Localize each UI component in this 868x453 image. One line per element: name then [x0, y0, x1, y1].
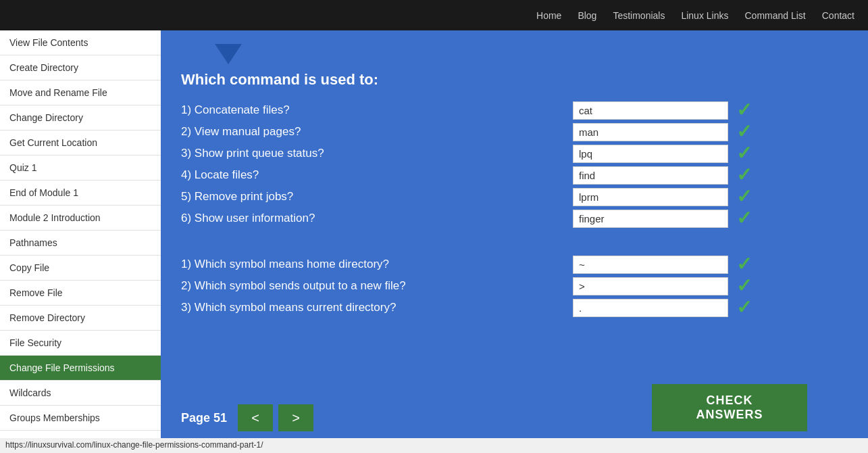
answer-input-2[interactable]	[573, 123, 728, 141]
question-row-4: 4) Locate files? ✓	[181, 166, 848, 185]
answer-input-1[interactable]	[573, 101, 728, 120]
bottom-nav: Page 51 < >	[181, 394, 313, 431]
content-area: Which command is used to: 1) Concatenate…	[161, 30, 868, 438]
answer-input-8[interactable]	[573, 277, 728, 295]
sidebar-item-pathnames[interactable]: Pathnames	[0, 231, 161, 256]
nav-contact[interactable]: Contact	[822, 10, 854, 21]
sidebar-item-create-directory[interactable]: Create Directory	[0, 55, 161, 80]
question-row-8: 2) Which symbol sends output to a new fi…	[181, 277, 848, 295]
status-bar: https://linuxsurvival.com/linux-change-f…	[0, 438, 868, 453]
checkmark-7: ✓	[736, 255, 752, 274]
question-row-3: 3) Show print queue status? ✓	[181, 144, 848, 163]
checkmark-6: ✓	[736, 209, 752, 228]
nav-home[interactable]: Home	[536, 10, 561, 21]
sidebar-item-move-rename[interactable]: Move and Rename File	[0, 80, 161, 105]
question-row-5: 5) Remove print jobs? ✓	[181, 187, 848, 206]
sidebar-item-view-file-contents[interactable]: View File Contents	[0, 30, 161, 55]
question-text-1: 1) Concatenate files?	[181, 103, 573, 117]
checkmark-2: ✓	[736, 122, 752, 141]
sidebar-item-copy-file[interactable]: Copy File	[0, 256, 161, 281]
diamond-icon	[215, 44, 242, 64]
next-button[interactable]: >	[278, 404, 313, 431]
sidebar-item-remove-file[interactable]: Remove File	[0, 281, 161, 306]
sidebar-item-wildcards[interactable]: Wildcards	[0, 381, 161, 406]
nav-command-list[interactable]: Command List	[744, 10, 805, 21]
questions-section-2: 1) Which symbol means home directory? ✓ …	[181, 255, 848, 320]
nav-blog[interactable]: Blog	[578, 10, 596, 21]
sidebar-item-remove-directory[interactable]: Remove Directory	[0, 306, 161, 331]
status-url: https://linuxsurvival.com/linux-change-f…	[5, 440, 263, 450]
sidebar: View File Contents Create Directory Move…	[0, 30, 161, 438]
question-text-3: 3) Show print queue status?	[181, 147, 573, 160]
prev-button[interactable]: <	[238, 404, 273, 431]
sidebar-item-end-module1[interactable]: End of Module 1	[0, 181, 161, 206]
sidebar-item-change-file-permissions[interactable]: Change File Permissions	[0, 356, 161, 381]
question-row-9: 3) Which symbol means current directory?…	[181, 298, 848, 317]
answer-input-5[interactable]	[573, 188, 728, 206]
question-text-4: 4) Locate files?	[181, 168, 573, 182]
sidebar-item-quiz1[interactable]: Quiz 1	[0, 156, 161, 181]
quiz-title: Which command is used to:	[181, 71, 848, 89]
sidebar-item-module2-intro[interactable]: Module 2 Introduction	[0, 206, 161, 231]
main-layout: View File Contents Create Directory Move…	[0, 30, 868, 438]
question-row-2: 2) View manual pages? ✓	[181, 122, 848, 141]
checkmark-1: ✓	[736, 101, 752, 120]
checkmark-3: ✓	[736, 144, 752, 163]
top-nav: Home Blog Testimonials Linux Links Comma…	[0, 0, 868, 30]
question-text-9: 3) Which symbol means current directory?	[181, 301, 573, 314]
question-row-6: 6) Show user information? ✓	[181, 209, 848, 228]
section-gap	[181, 241, 848, 255]
checkmark-5: ✓	[736, 187, 752, 206]
sidebar-item-get-current-location[interactable]: Get Current Location	[0, 130, 161, 156]
sidebar-item-change-directory[interactable]: Change Directory	[0, 105, 161, 130]
page-label: Page 51	[181, 411, 227, 425]
answer-input-6[interactable]	[573, 210, 728, 228]
nav-linux-links[interactable]: Linux Links	[681, 10, 728, 21]
answer-input-3[interactable]	[573, 145, 728, 163]
questions-section-1: 1) Concatenate files? ✓ 2) View manual p…	[181, 101, 848, 231]
checkmark-9: ✓	[736, 298, 752, 317]
check-answers-button[interactable]: CHECK ANSWERS	[652, 384, 807, 431]
question-text-6: 6) Show user information?	[181, 212, 573, 225]
answer-input-4[interactable]	[573, 166, 728, 185]
question-text-5: 5) Remove print jobs?	[181, 190, 573, 204]
nav-testimonials[interactable]: Testimonials	[613, 10, 665, 21]
question-text-7: 1) Which symbol means home directory?	[181, 258, 573, 271]
sidebar-item-file-security[interactable]: File Security	[0, 331, 161, 356]
checkmark-4: ✓	[736, 166, 752, 185]
answer-input-9[interactable]	[573, 299, 728, 317]
question-row-1: 1) Concatenate files? ✓	[181, 101, 848, 120]
question-text-8: 2) Which symbol sends output to a new fi…	[181, 279, 573, 293]
answer-input-7[interactable]	[573, 256, 728, 274]
question-row-7: 1) Which symbol means home directory? ✓	[181, 255, 848, 274]
sidebar-item-groups-memberships[interactable]: Groups Memberships	[0, 406, 161, 431]
question-text-2: 2) View manual pages?	[181, 125, 573, 139]
checkmark-8: ✓	[736, 277, 752, 295]
